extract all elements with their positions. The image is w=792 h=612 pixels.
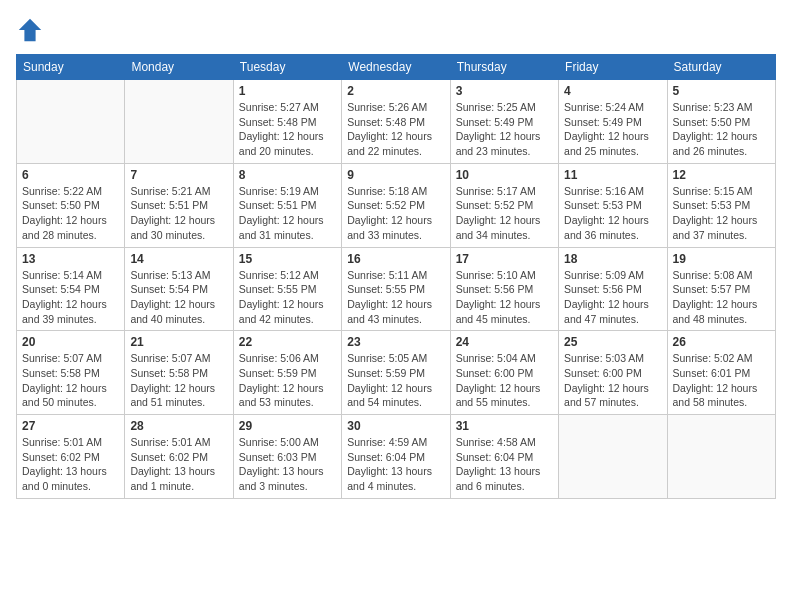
day-number: 30 xyxy=(347,419,444,433)
day-info: Sunrise: 5:00 AM Sunset: 6:03 PM Dayligh… xyxy=(239,435,336,494)
day-number: 31 xyxy=(456,419,553,433)
day-info: Sunrise: 4:59 AM Sunset: 6:04 PM Dayligh… xyxy=(347,435,444,494)
calendar-cell: 11Sunrise: 5:16 AM Sunset: 5:53 PM Dayli… xyxy=(559,163,667,247)
day-number: 28 xyxy=(130,419,227,433)
calendar-cell: 28Sunrise: 5:01 AM Sunset: 6:02 PM Dayli… xyxy=(125,415,233,499)
day-number: 4 xyxy=(564,84,661,98)
day-number: 29 xyxy=(239,419,336,433)
day-info: Sunrise: 5:03 AM Sunset: 6:00 PM Dayligh… xyxy=(564,351,661,410)
calendar-cell: 22Sunrise: 5:06 AM Sunset: 5:59 PM Dayli… xyxy=(233,331,341,415)
day-info: Sunrise: 4:58 AM Sunset: 6:04 PM Dayligh… xyxy=(456,435,553,494)
day-number: 15 xyxy=(239,252,336,266)
day-info: Sunrise: 5:19 AM Sunset: 5:51 PM Dayligh… xyxy=(239,184,336,243)
header-monday: Monday xyxy=(125,55,233,80)
header-wednesday: Wednesday xyxy=(342,55,450,80)
day-info: Sunrise: 5:21 AM Sunset: 5:51 PM Dayligh… xyxy=(130,184,227,243)
header-thursday: Thursday xyxy=(450,55,558,80)
calendar-cell: 16Sunrise: 5:11 AM Sunset: 5:55 PM Dayli… xyxy=(342,247,450,331)
calendar-cell: 1Sunrise: 5:27 AM Sunset: 5:48 PM Daylig… xyxy=(233,80,341,164)
day-info: Sunrise: 5:15 AM Sunset: 5:53 PM Dayligh… xyxy=(673,184,770,243)
day-info: Sunrise: 5:27 AM Sunset: 5:48 PM Dayligh… xyxy=(239,100,336,159)
calendar-cell: 3Sunrise: 5:25 AM Sunset: 5:49 PM Daylig… xyxy=(450,80,558,164)
calendar-cell: 24Sunrise: 5:04 AM Sunset: 6:00 PM Dayli… xyxy=(450,331,558,415)
header-saturday: Saturday xyxy=(667,55,775,80)
calendar-cell: 5Sunrise: 5:23 AM Sunset: 5:50 PM Daylig… xyxy=(667,80,775,164)
day-info: Sunrise: 5:07 AM Sunset: 5:58 PM Dayligh… xyxy=(130,351,227,410)
svg-marker-0 xyxy=(19,19,41,41)
calendar-cell: 7Sunrise: 5:21 AM Sunset: 5:51 PM Daylig… xyxy=(125,163,233,247)
day-number: 21 xyxy=(130,335,227,349)
calendar-cell: 10Sunrise: 5:17 AM Sunset: 5:52 PM Dayli… xyxy=(450,163,558,247)
day-number: 13 xyxy=(22,252,119,266)
calendar-cell: 12Sunrise: 5:15 AM Sunset: 5:53 PM Dayli… xyxy=(667,163,775,247)
calendar-week-3: 13Sunrise: 5:14 AM Sunset: 5:54 PM Dayli… xyxy=(17,247,776,331)
logo xyxy=(16,16,48,44)
calendar-cell xyxy=(559,415,667,499)
day-number: 9 xyxy=(347,168,444,182)
calendar-cell: 18Sunrise: 5:09 AM Sunset: 5:56 PM Dayli… xyxy=(559,247,667,331)
day-number: 8 xyxy=(239,168,336,182)
calendar-week-5: 27Sunrise: 5:01 AM Sunset: 6:02 PM Dayli… xyxy=(17,415,776,499)
calendar-cell: 4Sunrise: 5:24 AM Sunset: 5:49 PM Daylig… xyxy=(559,80,667,164)
day-number: 10 xyxy=(456,168,553,182)
day-number: 19 xyxy=(673,252,770,266)
day-info: Sunrise: 5:26 AM Sunset: 5:48 PM Dayligh… xyxy=(347,100,444,159)
calendar-cell: 14Sunrise: 5:13 AM Sunset: 5:54 PM Dayli… xyxy=(125,247,233,331)
header-friday: Friday xyxy=(559,55,667,80)
calendar-week-1: 1Sunrise: 5:27 AM Sunset: 5:48 PM Daylig… xyxy=(17,80,776,164)
day-info: Sunrise: 5:25 AM Sunset: 5:49 PM Dayligh… xyxy=(456,100,553,159)
day-info: Sunrise: 5:16 AM Sunset: 5:53 PM Dayligh… xyxy=(564,184,661,243)
calendar-cell: 15Sunrise: 5:12 AM Sunset: 5:55 PM Dayli… xyxy=(233,247,341,331)
header-tuesday: Tuesday xyxy=(233,55,341,80)
day-number: 25 xyxy=(564,335,661,349)
day-number: 16 xyxy=(347,252,444,266)
day-number: 12 xyxy=(673,168,770,182)
page-header xyxy=(16,16,776,44)
calendar-week-4: 20Sunrise: 5:07 AM Sunset: 5:58 PM Dayli… xyxy=(17,331,776,415)
calendar-cell: 25Sunrise: 5:03 AM Sunset: 6:00 PM Dayli… xyxy=(559,331,667,415)
calendar-cell: 26Sunrise: 5:02 AM Sunset: 6:01 PM Dayli… xyxy=(667,331,775,415)
day-info: Sunrise: 5:11 AM Sunset: 5:55 PM Dayligh… xyxy=(347,268,444,327)
calendar-cell: 27Sunrise: 5:01 AM Sunset: 6:02 PM Dayli… xyxy=(17,415,125,499)
day-info: Sunrise: 5:07 AM Sunset: 5:58 PM Dayligh… xyxy=(22,351,119,410)
calendar-cell: 8Sunrise: 5:19 AM Sunset: 5:51 PM Daylig… xyxy=(233,163,341,247)
day-info: Sunrise: 5:09 AM Sunset: 5:56 PM Dayligh… xyxy=(564,268,661,327)
calendar-table: SundayMondayTuesdayWednesdayThursdayFrid… xyxy=(16,54,776,499)
day-info: Sunrise: 5:08 AM Sunset: 5:57 PM Dayligh… xyxy=(673,268,770,327)
calendar-cell: 9Sunrise: 5:18 AM Sunset: 5:52 PM Daylig… xyxy=(342,163,450,247)
day-number: 14 xyxy=(130,252,227,266)
calendar-cell: 31Sunrise: 4:58 AM Sunset: 6:04 PM Dayli… xyxy=(450,415,558,499)
day-number: 2 xyxy=(347,84,444,98)
day-info: Sunrise: 5:10 AM Sunset: 5:56 PM Dayligh… xyxy=(456,268,553,327)
day-info: Sunrise: 5:24 AM Sunset: 5:49 PM Dayligh… xyxy=(564,100,661,159)
calendar-cell: 6Sunrise: 5:22 AM Sunset: 5:50 PM Daylig… xyxy=(17,163,125,247)
day-info: Sunrise: 5:04 AM Sunset: 6:00 PM Dayligh… xyxy=(456,351,553,410)
header-sunday: Sunday xyxy=(17,55,125,80)
day-number: 17 xyxy=(456,252,553,266)
day-info: Sunrise: 5:14 AM Sunset: 5:54 PM Dayligh… xyxy=(22,268,119,327)
day-info: Sunrise: 5:13 AM Sunset: 5:54 PM Dayligh… xyxy=(130,268,227,327)
day-number: 7 xyxy=(130,168,227,182)
calendar-cell: 23Sunrise: 5:05 AM Sunset: 5:59 PM Dayli… xyxy=(342,331,450,415)
calendar-cell: 2Sunrise: 5:26 AM Sunset: 5:48 PM Daylig… xyxy=(342,80,450,164)
day-info: Sunrise: 5:12 AM Sunset: 5:55 PM Dayligh… xyxy=(239,268,336,327)
day-number: 18 xyxy=(564,252,661,266)
calendar-cell: 21Sunrise: 5:07 AM Sunset: 5:58 PM Dayli… xyxy=(125,331,233,415)
day-number: 27 xyxy=(22,419,119,433)
day-number: 6 xyxy=(22,168,119,182)
day-info: Sunrise: 5:23 AM Sunset: 5:50 PM Dayligh… xyxy=(673,100,770,159)
day-info: Sunrise: 5:17 AM Sunset: 5:52 PM Dayligh… xyxy=(456,184,553,243)
day-info: Sunrise: 5:01 AM Sunset: 6:02 PM Dayligh… xyxy=(22,435,119,494)
logo-icon xyxy=(16,16,44,44)
day-number: 5 xyxy=(673,84,770,98)
calendar-header-row: SundayMondayTuesdayWednesdayThursdayFrid… xyxy=(17,55,776,80)
calendar-cell: 19Sunrise: 5:08 AM Sunset: 5:57 PM Dayli… xyxy=(667,247,775,331)
day-number: 3 xyxy=(456,84,553,98)
day-info: Sunrise: 5:22 AM Sunset: 5:50 PM Dayligh… xyxy=(22,184,119,243)
calendar-cell: 29Sunrise: 5:00 AM Sunset: 6:03 PM Dayli… xyxy=(233,415,341,499)
day-info: Sunrise: 5:05 AM Sunset: 5:59 PM Dayligh… xyxy=(347,351,444,410)
day-number: 23 xyxy=(347,335,444,349)
day-number: 20 xyxy=(22,335,119,349)
day-info: Sunrise: 5:01 AM Sunset: 6:02 PM Dayligh… xyxy=(130,435,227,494)
calendar-cell: 20Sunrise: 5:07 AM Sunset: 5:58 PM Dayli… xyxy=(17,331,125,415)
